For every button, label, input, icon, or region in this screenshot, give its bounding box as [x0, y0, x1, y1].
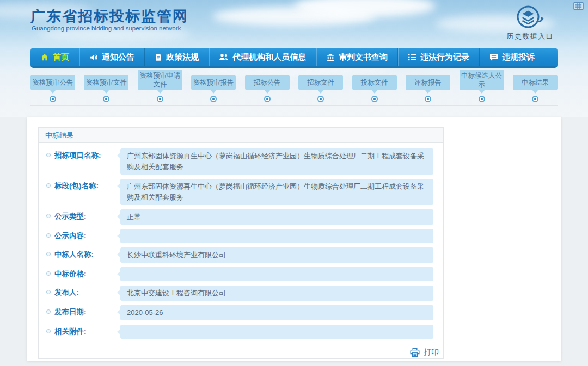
field-label: 中标人名称: [46, 247, 114, 259]
step-1[interactable]: 资格预审公告 [30, 75, 75, 102]
print-label: 打印 [424, 348, 439, 357]
field-row-1: 招标项目名称: 广州东部固体资源再生中心（萝岗福山循环经济产业园）生物质综合处理… [46, 148, 433, 175]
step-dot-icon [50, 96, 56, 102]
step-2[interactable]: 资格预审文件 [84, 75, 128, 102]
site-title: 广东省招标投标监管网 [30, 7, 188, 26]
field-label: 公示内容: [46, 229, 114, 241]
field-row-3: 公示类型: 正常 [46, 209, 433, 225]
nav-item-speaker[interactable]: 通知公告 [79, 48, 144, 66]
calendar-grid-icon[interactable] [573, 2, 584, 10]
step-6[interactable]: 招标文件 [298, 75, 343, 102]
document-icon [155, 53, 162, 61]
field-row-4: 公示内容: [46, 229, 433, 243]
field-value: 2020-05-26 [120, 305, 433, 320]
step-label: 中标结果 [513, 75, 558, 90]
nav-item-document[interactable]: 政策法规 [144, 48, 209, 66]
step-3[interactable]: 资格预审申请文件 [138, 70, 182, 102]
nav-item-list[interactable]: 违法行为记录 [397, 48, 479, 66]
step-label: 资格预审公告 [30, 75, 75, 90]
content-container: 中标结果 招标项目名称: 广州东部固体资源再生中心（萝岗福山循环经济产业园）生物… [27, 117, 561, 361]
history-data-entry[interactable]: 历史数据入口 [502, 4, 559, 41]
field-row-5: 中标人名称: 长沙中联重科环境产业有限公司 [46, 247, 433, 263]
nav-item-bank[interactable]: 审判文书查询 [316, 48, 397, 66]
step-dot-icon [210, 96, 217, 102]
steps-connector-line [30, 105, 558, 106]
result-panel: 中标结果 招标项目名称: 广州东部固体资源再生中心（萝岗福山循环经济产业园）生物… [38, 127, 444, 359]
chat-icon [489, 53, 498, 61]
history-layers-icon [515, 22, 546, 31]
history-entry-label[interactable]: 历史数据入口 [502, 32, 559, 41]
panel-title: 中标结果 [39, 128, 443, 143]
step-dot-icon [103, 96, 109, 102]
printer-icon [410, 348, 420, 357]
site-header: 广东省招标投标监管网 Guangdong province bidding an… [27, 0, 561, 48]
step-label: 资格预审文件 [84, 75, 128, 90]
print-button[interactable]: 打印 [39, 345, 443, 358]
field-label: 招标项目名称: [46, 148, 114, 160]
step-8[interactable]: 评标报告 [406, 75, 450, 102]
step-label: 投标文件 [352, 75, 397, 90]
field-label: 中标价格: [46, 267, 114, 279]
field-row-8: 发布日期: 2020-05-26 [46, 305, 433, 320]
field-value [120, 325, 433, 339]
field-value: 长沙中联重科环境产业有限公司 [120, 247, 433, 263]
bank-icon [326, 53, 335, 61]
process-steps: 资格预审公告 资格预审文件 资格预审申请文件 资格预审报告 招标公告 招标文件 … [30, 75, 558, 110]
field-label: 标段(包)名称: [46, 179, 114, 191]
site-subtitle: Guangdong province bidding and supervisi… [32, 25, 181, 32]
step-9[interactable]: 中标候选人公示 [460, 70, 504, 102]
field-label: 相关附件: [46, 325, 114, 337]
step-dot-icon [264, 96, 271, 102]
step-dot-icon [371, 96, 378, 102]
nav-item-home[interactable]: 首页 [30, 48, 79, 66]
field-row-2: 标段(包)名称: 广州东部固体资源再生中心（萝岗福山循环经济产业园）生物质综合处… [46, 179, 433, 205]
field-row-6: 中标价格: [46, 267, 433, 281]
field-row-7: 发布人: 北京中交建设工程咨询有限公司 [46, 286, 433, 301]
step-7[interactable]: 投标文件 [352, 75, 397, 102]
nav-item-chat[interactable]: 违规投诉 [479, 48, 544, 66]
speaker-icon [89, 53, 98, 61]
field-label: 发布日期: [46, 305, 114, 317]
step-4[interactable]: 资格预审报告 [191, 75, 236, 102]
field-value: 广州东部固体资源再生中心（萝岗福山循环经济产业园）生物质综合处理厂二期工程成套设… [120, 148, 433, 175]
field-value [120, 229, 433, 243]
nav-item-people[interactable]: 代理机构和人员信息 [209, 48, 316, 66]
step-5[interactable]: 招标公告 [245, 75, 290, 102]
field-value [120, 267, 433, 281]
field-row-9: 相关附件: [46, 325, 433, 339]
step-label: 资格预审报告 [191, 75, 236, 90]
step-label: 评标报告 [406, 75, 450, 90]
step-label: 招标公告 [245, 75, 290, 90]
step-dot-icon [157, 96, 163, 102]
step-dot-icon [532, 96, 538, 102]
step-label: 中标候选人公示 [460, 70, 504, 90]
list-icon [408, 53, 416, 61]
field-value: 北京中交建设工程咨询有限公司 [120, 286, 433, 301]
step-dot-icon [425, 96, 431, 102]
step-label: 招标文件 [298, 75, 343, 90]
step-dot-icon [479, 96, 485, 102]
step-10[interactable]: 中标结果 [513, 75, 558, 102]
home-icon [40, 53, 49, 61]
people-icon [219, 53, 229, 61]
field-value: 广州东部固体资源再生中心（萝岗福山循环经济产业园）生物质综合处理厂二期工程成套设… [120, 179, 433, 205]
step-dot-icon [317, 96, 324, 102]
field-label: 公示类型: [46, 209, 114, 221]
field-value: 正常 [120, 209, 433, 225]
step-label: 资格预审申请文件 [138, 70, 182, 90]
main-navigation: 首页 通知公告 政策法规 代理机构和人员信息 审判文书查询 违法行为记录 违规投… [30, 48, 558, 68]
field-label: 发布人: [46, 286, 114, 297]
